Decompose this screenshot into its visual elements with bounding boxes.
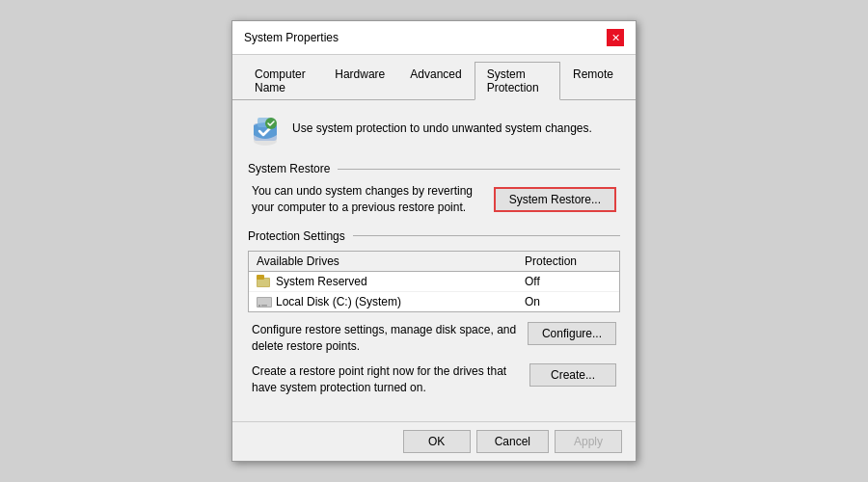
system-restore-row: You can undo system changes by reverting… bbox=[248, 183, 620, 216]
create-text: Create a restore point right now for the… bbox=[252, 363, 520, 396]
protection-status-on: On bbox=[525, 295, 611, 308]
tab-advanced[interactable]: Advanced bbox=[397, 62, 474, 100]
system-properties-dialog: System Properties ✕ Computer Name Hardwa… bbox=[231, 20, 637, 462]
col-header-drive: Available Drives bbox=[257, 254, 525, 268]
protection-status-off: Off bbox=[525, 275, 611, 288]
tab-computer-name[interactable]: Computer Name bbox=[242, 62, 322, 100]
drive-icon-system-reserved bbox=[257, 275, 272, 288]
dialog-title: System Properties bbox=[244, 31, 339, 44]
create-button[interactable]: Create... bbox=[529, 363, 616, 387]
cancel-button[interactable]: Cancel bbox=[476, 430, 549, 453]
tab-hardware[interactable]: Hardware bbox=[322, 62, 397, 100]
ok-button[interactable]: OK bbox=[403, 430, 471, 453]
title-bar: System Properties ✕ bbox=[232, 21, 636, 55]
tab-content: Use system protection to undo unwanted s… bbox=[232, 100, 636, 421]
drive-icon-local-disk bbox=[257, 295, 272, 308]
info-text: Use system protection to undo unwanted s… bbox=[292, 114, 592, 135]
close-button[interactable]: ✕ bbox=[607, 29, 624, 46]
tab-system-protection[interactable]: System Protection bbox=[475, 62, 560, 100]
tab-remote[interactable]: Remote bbox=[560, 62, 626, 100]
configure-button[interactable]: Configure... bbox=[528, 322, 616, 345]
create-row: Create a restore point right now for the… bbox=[248, 363, 620, 396]
configure-row: Configure restore settings, manage disk … bbox=[248, 322, 620, 355]
svg-rect-5 bbox=[258, 279, 269, 286]
system-restore-button[interactable]: System Restore... bbox=[494, 187, 616, 212]
svg-rect-10 bbox=[261, 305, 267, 307]
tab-bar: Computer Name Hardware Advanced System P… bbox=[232, 55, 636, 100]
protection-table: Available Drives Protection System Reser… bbox=[248, 251, 620, 312]
system-restore-section: System Restore You can undo system chang… bbox=[248, 162, 620, 216]
dialog-footer: OK Cancel Apply bbox=[232, 421, 636, 461]
apply-button[interactable]: Apply bbox=[555, 430, 622, 453]
svg-rect-6 bbox=[257, 275, 264, 280]
table-header: Available Drives Protection bbox=[249, 252, 619, 272]
shield-icon bbox=[248, 114, 283, 148]
svg-point-9 bbox=[258, 305, 260, 307]
system-restore-header: System Restore bbox=[248, 162, 620, 175]
col-header-protection: Protection bbox=[525, 254, 611, 268]
info-row: Use system protection to undo unwanted s… bbox=[248, 114, 620, 148]
protection-settings-section: Protection Settings Available Drives Pro… bbox=[248, 229, 620, 396]
table-row[interactable]: Local Disk (C:) (System) On bbox=[249, 292, 619, 311]
configure-text: Configure restore settings, manage disk … bbox=[252, 322, 518, 355]
system-restore-description: You can undo system changes by reverting… bbox=[252, 183, 484, 216]
table-row[interactable]: System Reserved Off bbox=[249, 272, 619, 292]
protection-settings-header: Protection Settings bbox=[248, 229, 620, 243]
